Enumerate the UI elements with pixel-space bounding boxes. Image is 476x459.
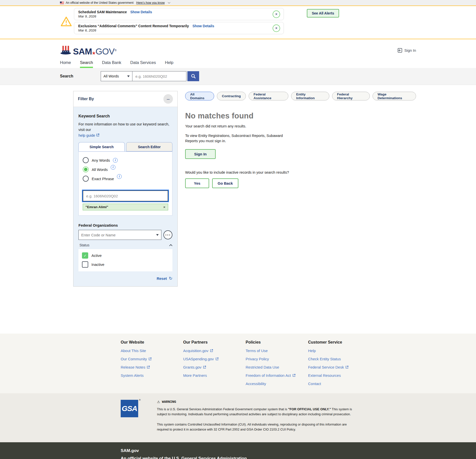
chevron-down-icon bbox=[168, 1, 170, 3]
filter-by-title: Filter By bbox=[78, 97, 94, 101]
external-link-icon bbox=[292, 374, 296, 377]
chip-close-icon[interactable]: × bbox=[163, 205, 165, 209]
footer-link-privacy-policy[interactable]: Privacy Policy bbox=[246, 357, 308, 361]
radio-label: Any Words bbox=[92, 158, 110, 162]
alert-close-icon[interactable]: × bbox=[273, 24, 280, 32]
footer-link-terms-of-use[interactable]: Terms of Use bbox=[246, 349, 308, 353]
footer-link-contact[interactable]: Contact bbox=[308, 382, 371, 386]
tab-search-editor[interactable]: Search Editor bbox=[126, 142, 172, 151]
footer-col-our-partners: Our Partners Acquisition.gov USASpending… bbox=[183, 340, 246, 386]
domain-tab-federal-assistance[interactable]: Federal Assistance bbox=[249, 92, 288, 100]
alerts-section: Scheduled SAM Maintenance Show Details M… bbox=[0, 5, 476, 39]
keyword-chip: "Emran Alimi" × bbox=[83, 204, 168, 210]
alert-show-details-link[interactable]: Show Details bbox=[130, 10, 152, 14]
sign-in-arrow-icon bbox=[398, 48, 402, 53]
logo-wordmark: SAM★GOV® bbox=[73, 47, 116, 56]
info-icon[interactable]: i bbox=[117, 174, 122, 179]
alert-title: Scheduled SAM Maintenance bbox=[78, 10, 127, 14]
checkbox-active[interactable]: ✓ bbox=[82, 252, 88, 259]
reset-label: Reset bbox=[157, 276, 167, 281]
no-matches-title: No matches found bbox=[185, 111, 416, 120]
domain-tab-contracting[interactable]: Contracting bbox=[217, 92, 246, 100]
chevron-up-icon bbox=[169, 244, 172, 247]
footer-link-grants-gov[interactable]: Grants.gov bbox=[183, 365, 246, 369]
footer-link-check-entity-status[interactable]: Check Entity Status bbox=[308, 357, 371, 361]
uncle-sam-hat-icon bbox=[60, 45, 71, 56]
footer-heading: Customer Service bbox=[308, 340, 371, 345]
footer-link-help[interactable]: Help bbox=[308, 349, 371, 353]
domain-tab-entity-information[interactable]: Entity Information bbox=[291, 92, 329, 100]
external-link-icon bbox=[147, 366, 150, 369]
reset-icon: ↻ bbox=[169, 276, 172, 281]
external-link-icon bbox=[345, 366, 349, 369]
domain-tab-federal-hierarchy[interactable]: Federal Hierarchy bbox=[332, 92, 370, 100]
alert-date: Mar 9, 2026 bbox=[78, 14, 269, 18]
footer-heading: Policies bbox=[246, 340, 308, 345]
nav-item-data-bank[interactable]: Data Bank bbox=[102, 60, 121, 68]
footer-link-system-alerts[interactable]: System Alerts bbox=[121, 373, 183, 378]
footer-heading: Our Partners bbox=[183, 340, 246, 345]
footer-link-federal-service-desk[interactable]: Federal Service Desk bbox=[308, 365, 371, 369]
see-all-alerts-button[interactable]: See All Alerts bbox=[307, 9, 339, 17]
banner-how-link[interactable]: Here’s how you know bbox=[136, 1, 165, 4]
warning-paragraph-1: This is a U.S. General Services Administ… bbox=[157, 407, 357, 417]
info-icon[interactable]: i bbox=[111, 165, 115, 170]
reset-filters[interactable]: Reset ↻ bbox=[78, 276, 172, 281]
nav-item-home[interactable]: Home bbox=[60, 60, 71, 68]
more-options-icon[interactable]: ••• bbox=[163, 230, 172, 239]
main-area: Filter By – Keyword Search For more info… bbox=[0, 85, 476, 334]
radio-all-words[interactable] bbox=[83, 166, 89, 172]
status-label: Status bbox=[79, 243, 89, 247]
search-input[interactable] bbox=[132, 71, 186, 81]
gsa-registered-mark: ® bbox=[139, 399, 141, 401]
footer-link-foia[interactable]: Freedom of Information Act bbox=[246, 373, 308, 378]
filter-panel: Filter By – Keyword Search For more info… bbox=[73, 91, 178, 287]
nav-item-help[interactable]: Help bbox=[165, 60, 173, 68]
search-submit-button[interactable] bbox=[187, 71, 199, 81]
footer-col-policies: Policies Terms of Use Privacy Policy Res… bbox=[246, 340, 308, 386]
footer-link-our-community[interactable]: Our Community bbox=[121, 357, 183, 361]
main-nav: Home Search Data Bank Data Services Help bbox=[60, 60, 416, 68]
help-guide-link[interactable]: help guide bbox=[78, 133, 95, 137]
radio-any-words[interactable] bbox=[83, 157, 89, 163]
domain-tab-all-domains[interactable]: All Domains bbox=[185, 92, 214, 100]
federal-org-select[interactable]: Enter Code or Name bbox=[78, 230, 161, 240]
sign-in-button[interactable]: Sign In bbox=[185, 149, 216, 159]
external-link-icon bbox=[96, 133, 99, 137]
collapse-filters-icon[interactable]: – bbox=[163, 94, 173, 104]
yes-button[interactable]: Yes bbox=[185, 178, 209, 188]
warning-paragraph-2: This system contains Controlled Unclassi… bbox=[157, 422, 357, 432]
tab-simple-search[interactable]: Simple Search bbox=[78, 142, 125, 151]
alert-show-details-link[interactable]: Show Details bbox=[192, 24, 214, 28]
keyword-input[interactable] bbox=[83, 190, 168, 201]
footer-tagline: An official website of the U.S. General … bbox=[121, 456, 416, 459]
footer-link-restricted-data-use[interactable]: Restricted Data Use bbox=[246, 365, 308, 369]
footer-link-usaspending-gov[interactable]: USASpending.gov bbox=[183, 357, 246, 361]
chip-text: "Emran Alimi" bbox=[85, 205, 108, 209]
radio-label: Exact Phrase bbox=[92, 177, 114, 181]
header-sign-in[interactable]: Sign In bbox=[398, 48, 416, 53]
banner-text: An official website of the United States… bbox=[66, 1, 133, 4]
footer-link-acquisition-gov[interactable]: Acquisition.gov bbox=[183, 349, 246, 353]
gsa-warning-section: GSA ® ⚠ WARNING This is a U.S. General S… bbox=[0, 393, 476, 442]
radio-exact-phrase[interactable] bbox=[83, 176, 89, 182]
nav-item-data-services[interactable]: Data Services bbox=[130, 60, 156, 68]
checkbox-label: Inactive bbox=[91, 262, 104, 267]
footer-link-external-resources[interactable]: External Resources bbox=[308, 373, 371, 378]
info-icon[interactable]: i bbox=[113, 158, 118, 163]
go-back-button[interactable]: Go Back bbox=[212, 178, 238, 188]
footer-link-more-partners[interactable]: More Partners bbox=[183, 373, 246, 378]
alert-close-icon[interactable]: × bbox=[273, 10, 280, 18]
site-header: SAM★GOV® Sign In Home Search Data Bank D… bbox=[0, 39, 476, 68]
checkbox-inactive[interactable] bbox=[82, 261, 88, 268]
gov-banner: An official website of the United States… bbox=[0, 0, 476, 5]
samgov-logo[interactable]: SAM★GOV® bbox=[60, 45, 116, 56]
search-type-select[interactable]: All Words bbox=[101, 71, 132, 81]
footer-link-about-this-site[interactable]: About This Site bbox=[121, 349, 183, 353]
footer-link-release-notes[interactable]: Release Notes bbox=[121, 365, 183, 369]
footer-link-accessibility[interactable]: Accessibility bbox=[246, 382, 308, 386]
nav-item-search[interactable]: Search bbox=[80, 60, 93, 68]
domain-tab-wage-determinations[interactable]: Wage Determinations bbox=[373, 92, 416, 100]
status-section-toggle[interactable]: Status bbox=[78, 243, 172, 247]
keyword-info-text: For more information on how to use our k… bbox=[78, 122, 169, 132]
